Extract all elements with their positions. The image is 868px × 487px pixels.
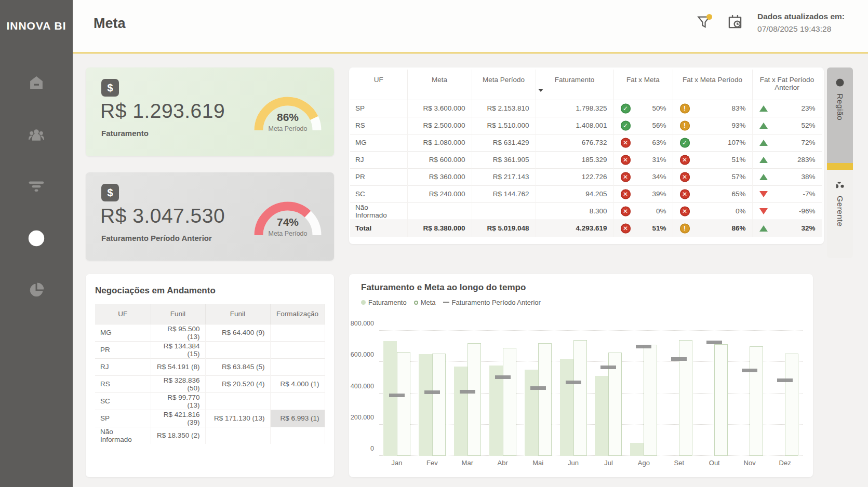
bar-meta[interactable] (714, 344, 728, 456)
status-icon (680, 138, 690, 147)
col-header-meta[interactable]: Meta (407, 70, 472, 100)
kpi-value: R$ 1.293.619 (100, 100, 225, 123)
table-row[interactable]: RS R$ 2.500.000 R$ 1.510.000 1.408.001 5… (350, 117, 822, 134)
sidebar-item-home[interactable] (25, 73, 47, 94)
calendar-button[interactable] (726, 14, 744, 32)
x-tick-label: Jul (591, 459, 626, 467)
bar-meta[interactable] (397, 352, 410, 456)
bar-faturamento[interactable] (383, 341, 397, 456)
trend-icon (759, 157, 768, 163)
gauge-meta-periodo: 86% Meta Período (254, 96, 322, 133)
col-header-uf[interactable]: UF (95, 304, 151, 324)
bar-faturamento[interactable] (630, 443, 644, 456)
table-total-row[interactable]: Total R$ 8.380.000 R$ 5.019.048 4.293.61… (350, 220, 822, 237)
bar-faturamento[interactable] (560, 359, 573, 456)
month-group-Mar (450, 331, 485, 456)
col-header-formalizacao[interactable]: Formalização (270, 304, 325, 324)
x-tick-label: Nov (732, 459, 767, 467)
month-group-Jan (379, 331, 415, 456)
people-icon (28, 127, 45, 144)
kpi-card-faturamento: $ R$ 1.293.619 Faturamento 86% Meta Perí… (86, 67, 334, 156)
bar-meta[interactable] (644, 345, 657, 456)
table-row[interactable]: MG R$ 1.080.000 R$ 631.429 676.732 63% 1… (350, 134, 822, 151)
target-icon (27, 229, 46, 250)
bar-meta[interactable] (432, 354, 446, 456)
bar-meta[interactable] (503, 348, 516, 456)
sidebar-item-filter[interactable] (25, 177, 47, 198)
col-header-fat-x-meta-periodo[interactable]: Fat x Meta Período (673, 70, 752, 100)
status-icon (621, 172, 631, 182)
table-row[interactable]: RSR$ 328.836 (50)R$ 20.520 (4)R$ 4.000 (… (95, 375, 325, 393)
sidebar-item-pie[interactable] (25, 280, 47, 302)
col-header-funil-1[interactable]: Funil (151, 304, 205, 324)
col-header-funil-2[interactable]: Funil (205, 304, 270, 324)
header: Meta Dados atualizados em: 07/08/2025 19… (73, 0, 868, 53)
negotiations-table: UF Funil Funil Formalização MGR$ 95.500 … (95, 304, 325, 444)
x-tick-label: Ago (626, 459, 661, 467)
trend-icon (759, 123, 768, 129)
bar-meta[interactable] (468, 343, 481, 456)
table-row[interactable]: PRR$ 134.384 (15) (95, 341, 325, 358)
tab-label: Gerente (835, 196, 845, 227)
col-header-meta-periodo[interactable]: Meta Período (472, 70, 536, 100)
table-row[interactable]: Não InformadoR$ 18.350 (2) (95, 427, 325, 444)
bar-faturamento[interactable] (489, 366, 503, 456)
table-row[interactable]: SCR$ 99.770 (13) (95, 393, 325, 410)
trend-icon (759, 174, 768, 180)
y-tick-label: 600.000 (351, 351, 374, 358)
bar-meta[interactable] (785, 354, 798, 456)
status-icon (621, 120, 631, 130)
x-axis-labels: JanFevMarAbrMaiJunJulAgoSetOutNovDez (379, 459, 803, 467)
tab-regiao[interactable]: Região (827, 67, 853, 163)
bar-faturamento[interactable] (419, 354, 432, 456)
month-group-Nov (732, 331, 767, 456)
header-actions: Dados atualizados em: 07/08/2025 19:43:2… (695, 10, 845, 35)
bar-faturamento[interactable] (595, 376, 608, 456)
legend-item-meta[interactable]: Meta (414, 299, 436, 306)
table-row[interactable]: PR R$ 360.000 R$ 217.143 122.726 34% 57%… (350, 168, 822, 185)
col-header-faturamento[interactable]: Faturamento (536, 70, 613, 100)
sidebar-item-target[interactable] (25, 228, 47, 250)
x-tick-label: Jan (379, 459, 415, 467)
bar-meta[interactable] (750, 346, 763, 456)
app-logo: INNOVA BI (0, 20, 73, 32)
status-icon (680, 206, 690, 216)
filter-badge-dot (706, 14, 712, 20)
month-group-Dez (767, 331, 803, 456)
chart-legend: Faturamento Meta Faturamento Período Ant… (361, 299, 541, 306)
x-tick-label: Abr (485, 459, 520, 467)
legend-item-anterior[interactable]: Faturamento Período Anterior (443, 299, 541, 306)
table-row[interactable]: SP R$ 3.600.000 R$ 2.153.810 1.798.325 5… (350, 100, 822, 117)
bar-faturamento[interactable] (525, 370, 538, 456)
legend-item-faturamento[interactable]: Faturamento (361, 299, 407, 306)
bar-faturamento[interactable] (454, 367, 468, 456)
kpi-label: Faturamento (101, 129, 149, 138)
status-icon (680, 189, 690, 199)
col-header-uf[interactable]: UF (350, 70, 407, 100)
status-icon (680, 120, 690, 130)
table-row[interactable]: RJR$ 54.191 (8)R$ 63.845 (5) (95, 358, 325, 375)
chart-plot-area (379, 331, 803, 456)
page-title: Meta (94, 16, 126, 32)
x-tick-label: Jun (556, 459, 591, 467)
sidebar-nav (0, 73, 73, 302)
month-group-Mai (520, 331, 556, 456)
y-tick-label: 200.000 (351, 414, 374, 421)
month-group-Jun (556, 331, 591, 456)
status-icon (680, 223, 690, 233)
table-row[interactable]: Não Informado 8.300 0% 0% -96% (350, 202, 822, 220)
table-row[interactable]: SC R$ 240.000 R$ 144.762 94.205 39% 65% … (350, 185, 822, 202)
table-row[interactable]: RJ R$ 600.000 R$ 361.905 185.329 31% 51%… (350, 151, 822, 168)
tab-gerente[interactable]: Gerente (827, 170, 853, 258)
table-row[interactable]: SPR$ 421.816 (39)R$ 171.130 (13)R$ 6.993… (95, 410, 325, 427)
y-tick-label: 0 (370, 445, 374, 452)
col-header-fat-x-meta[interactable]: Fat x Meta (613, 70, 673, 100)
marker-faturamento-anterior (742, 369, 757, 372)
sidebar-item-people[interactable] (25, 125, 47, 146)
filter-button[interactable] (695, 14, 713, 32)
negotiations-title: Negociações em Andamento (95, 286, 325, 296)
table-row[interactable]: MGR$ 95.500 (13)R$ 64.400 (9) (95, 324, 325, 341)
bar-meta[interactable] (538, 343, 552, 456)
bar-meta[interactable] (573, 340, 587, 456)
col-header-fat-x-fat-anterior[interactable]: Fat x Fat Período Anterior (752, 70, 822, 100)
